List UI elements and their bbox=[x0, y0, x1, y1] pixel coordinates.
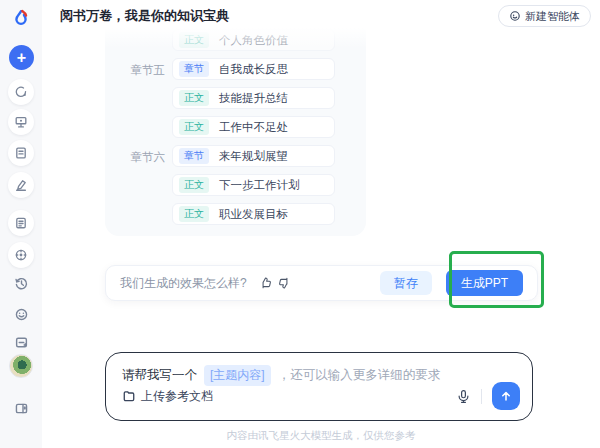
writing-pen-icon[interactable] bbox=[8, 172, 34, 198]
collapse-panel-icon[interactable] bbox=[8, 395, 34, 421]
upload-doc-button[interactable]: 上传参考文档 bbox=[122, 388, 213, 405]
feedback-question: 我们生成的效果怎么样? bbox=[120, 275, 247, 292]
user-avatar[interactable] bbox=[9, 354, 33, 378]
outline-row-label: 职业发展目标 bbox=[219, 207, 288, 222]
mic-icon[interactable] bbox=[456, 388, 471, 405]
outline-row[interactable]: 正文 下一步工作计划 bbox=[172, 174, 335, 196]
outline-row[interactable]: 正文 职业发展目标 bbox=[172, 203, 335, 225]
agent-gear-icon[interactable] bbox=[8, 242, 34, 268]
spark-logo-icon[interactable] bbox=[10, 8, 32, 30]
composer-input[interactable]: 请帮我写一个 [主题内容] ，还可以输入更多详细的要求 上传参考文档 bbox=[105, 352, 533, 421]
tag-body: 正文 bbox=[179, 90, 209, 106]
generate-ppt-button[interactable]: 生成PPT bbox=[446, 270, 523, 296]
outline-row[interactable]: 正文 个人角色价值 bbox=[172, 29, 335, 51]
outline-row-label: 下一步工作计划 bbox=[219, 178, 300, 193]
tag-chapter: 章节 bbox=[179, 148, 209, 164]
outline-row-label: 来年规划展望 bbox=[219, 149, 288, 164]
tag-body: 正文 bbox=[179, 32, 209, 48]
toolbar-divider bbox=[481, 389, 482, 404]
section-label: 章节五 bbox=[107, 63, 165, 78]
disclaimer-text: 内容由讯飞星火大模型生成，仅供您参考 bbox=[42, 429, 600, 443]
outline-row[interactable]: 章节五 章节 自我成长反思 bbox=[172, 58, 335, 80]
history-clock-icon[interactable] bbox=[8, 270, 34, 296]
outline-row[interactable]: 正文 技能提升总结 bbox=[172, 87, 335, 109]
ppt-outline-card: 正文 个人角色价值 章节五 章节 自我成长反思 正文 技能提升总结 正文 工作中… bbox=[105, 0, 366, 236]
upload-doc-label: 上传参考文档 bbox=[141, 388, 213, 405]
tag-chapter: 章节 bbox=[179, 61, 209, 77]
thumbs-down-icon[interactable] bbox=[275, 274, 293, 292]
outline-row[interactable]: 章节六 章节 来年规划展望 bbox=[172, 145, 335, 167]
ppt-icon[interactable] bbox=[8, 109, 34, 135]
new-agent-button[interactable]: 新建智能体 bbox=[498, 5, 591, 27]
tag-body: 正文 bbox=[179, 177, 209, 193]
send-arrow-icon bbox=[499, 389, 513, 403]
section-label: 章节六 bbox=[107, 150, 165, 165]
agent-badge-icon bbox=[509, 10, 521, 22]
send-button[interactable] bbox=[492, 382, 520, 410]
save-draft-button[interactable]: 暂存 bbox=[380, 271, 432, 295]
new-agent-label: 新建智能体 bbox=[525, 9, 580, 24]
emoji-smile-icon[interactable] bbox=[8, 301, 34, 327]
notes-doc-icon[interactable] bbox=[8, 210, 34, 236]
outline-row[interactable]: 正文 工作中不足处 bbox=[172, 116, 335, 138]
new-chat-plus-button[interactable]: + bbox=[9, 45, 34, 70]
outline-row-label: 技能提升总结 bbox=[219, 91, 288, 106]
outline-row-label: 个人角色价值 bbox=[219, 33, 288, 48]
composer-toolbar: 上传参考文档 bbox=[122, 382, 520, 410]
sidebar: + bbox=[0, 0, 42, 448]
outline-row-label: 自我成长反思 bbox=[219, 62, 288, 77]
outline-rows: 正文 个人角色价值 章节五 章节 自我成长反思 正文 技能提升总结 正文 工作中… bbox=[172, 29, 335, 232]
chat-icon[interactable] bbox=[8, 79, 34, 105]
tag-body: 正文 bbox=[179, 119, 209, 135]
thumbs-up-icon[interactable] bbox=[257, 274, 275, 292]
outline-row-label: 工作中不足处 bbox=[219, 120, 288, 135]
feedback-bar: 我们生成的效果怎么样? 暂存 生成PPT bbox=[105, 265, 538, 301]
resume-doc-icon[interactable] bbox=[8, 140, 34, 166]
tag-body: 正文 bbox=[179, 206, 209, 222]
page-title: 阅书万卷，我是你的知识宝典 bbox=[60, 7, 229, 25]
new-doc-plus-icon[interactable] bbox=[8, 329, 34, 355]
upload-doc-icon bbox=[122, 389, 136, 403]
